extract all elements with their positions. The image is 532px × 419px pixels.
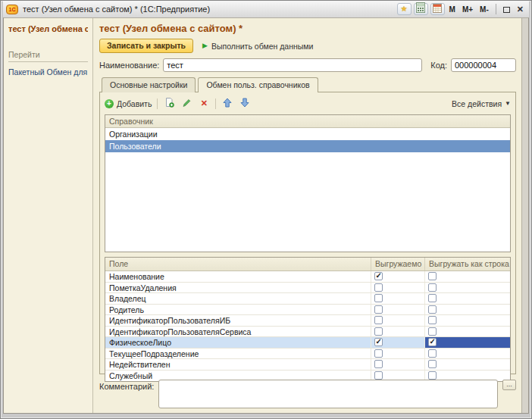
- export-cell: [371, 359, 425, 370]
- checkbox[interactable]: [428, 316, 437, 324]
- calendar-button[interactable]: [430, 3, 445, 15]
- checkbox[interactable]: [374, 338, 383, 346]
- as-string-cell: [425, 337, 510, 348]
- comment-more-button[interactable]: ...: [502, 380, 516, 390]
- checkbox[interactable]: [428, 283, 437, 292]
- pencil-icon: [182, 97, 192, 111]
- field-name-cell: ПометкаУдаления: [105, 283, 371, 293]
- edit-button[interactable]: [180, 98, 192, 110]
- copy-icon: [164, 97, 174, 111]
- list-toolbar: + Добавить ✕: [105, 95, 511, 111]
- checkbox[interactable]: [428, 272, 437, 280]
- field-row[interactable]: Наименование: [105, 271, 510, 283]
- field-row[interactable]: ФизическоеЛицо: [105, 337, 510, 349]
- move-down-button[interactable]: [239, 98, 251, 110]
- run-exchange-label: Выполнить обмен данными: [211, 42, 313, 51]
- as-string-cell: [425, 327, 510, 337]
- checkbox[interactable]: [374, 305, 383, 314]
- m-minus-button[interactable]: M-: [477, 5, 491, 14]
- checkbox[interactable]: [374, 283, 383, 292]
- field-name-cell: ФизическоеЛицо: [105, 337, 371, 348]
- comment-input[interactable]: [158, 380, 498, 408]
- catalog-row[interactable]: Организации: [105, 128, 510, 140]
- m-button[interactable]: M: [447, 5, 458, 14]
- delete-button[interactable]: ✕: [198, 98, 210, 110]
- checkbox[interactable]: [374, 360, 383, 368]
- close-button[interactable]: ✕: [515, 5, 526, 14]
- checkbox[interactable]: [428, 338, 437, 346]
- as-string-cell: [425, 271, 510, 282]
- calculator-button[interactable]: [414, 3, 428, 15]
- move-up-button[interactable]: [221, 98, 233, 110]
- code-input[interactable]: [451, 58, 516, 72]
- checkbox[interactable]: [374, 371, 383, 380]
- title-bar: 1С тест (Узел обмена с сайтом) * (1С:Пре…: [3, 1, 529, 17]
- field-row[interactable]: ИдентификаторПользователяИБ: [105, 315, 510, 327]
- maximize-button[interactable]: [501, 2, 512, 16]
- catalog-table-body: ОрганизацииПользователи: [105, 128, 510, 252]
- comment-label: Комментарий:: [99, 382, 154, 391]
- checkbox[interactable]: [374, 294, 383, 302]
- delete-icon: ✕: [201, 99, 208, 108]
- field-row[interactable]: Родитель: [105, 305, 510, 316]
- m-plus-button[interactable]: M+: [460, 5, 475, 14]
- page-title: тест (Узел обмена с сайтом) *: [99, 23, 516, 34]
- checkbox[interactable]: [428, 305, 437, 314]
- save-and-close-button[interactable]: Записать и закрыть: [99, 39, 193, 53]
- navigation-sidebar: тест (Узел обмена с ... Перейти Пакетный…: [4, 18, 93, 413]
- arrow-up-icon: [223, 97, 232, 111]
- field-row[interactable]: Владелец: [105, 293, 510, 305]
- app-window: 1С тест (Узел обмена с сайтом) * (1С:Пре…: [0, 0, 532, 419]
- add-button[interactable]: + Добавить: [105, 99, 152, 108]
- tab-strip: Основные настройкиОбмен польз. справочни…: [99, 77, 516, 92]
- tab-panel: + Добавить ✕: [99, 92, 516, 374]
- export-cell: [371, 283, 425, 293]
- sidebar-item-current[interactable]: тест (Узел обмена с ...: [8, 24, 88, 33]
- sidebar-item-batch-exchange[interactable]: Пакетный Обмен для СМ...: [8, 67, 88, 77]
- catalog-row[interactable]: Пользователи: [105, 140, 510, 152]
- window-controls: ★ M M+ M- ✕: [397, 2, 526, 16]
- window-title: тест (Узел обмена с сайтом) * (1С:Предпр…: [23, 5, 210, 14]
- as-string-cell: [425, 305, 510, 315]
- checkbox[interactable]: [428, 294, 437, 302]
- checkbox[interactable]: [428, 327, 437, 336]
- add-icon: +: [105, 99, 114, 108]
- run-exchange-command[interactable]: ▶ Выполнить обмен данными: [202, 42, 313, 51]
- copy-button[interactable]: [163, 98, 175, 110]
- name-input[interactable]: [163, 58, 422, 72]
- column-header-field[interactable]: Поле: [105, 258, 371, 270]
- name-code-row: Наименование: Код:: [99, 58, 516, 72]
- as-string-cell: [425, 359, 510, 370]
- export-cell: [371, 271, 425, 282]
- checkbox[interactable]: [374, 316, 383, 324]
- form-scrollbar[interactable]: [521, 18, 528, 413]
- play-icon: ▶: [202, 42, 208, 49]
- column-header-export[interactable]: Выгружаемо: [371, 258, 425, 270]
- app-body: тест (Узел обмена с ... Перейти Пакетный…: [3, 17, 529, 414]
- all-actions-button[interactable]: Все действия ▼: [452, 99, 511, 108]
- sidebar-section-label: Перейти: [8, 50, 88, 62]
- column-header-as-string[interactable]: Выгружать как строка: [425, 258, 510, 270]
- favorites-button[interactable]: ★: [397, 3, 412, 15]
- field-row[interactable]: ТекущееПодразделение: [105, 349, 510, 360]
- field-name-cell: ИдентификаторПользователяСервиса: [105, 327, 371, 337]
- checkbox[interactable]: [428, 371, 437, 380]
- as-string-cell: [425, 283, 510, 293]
- checkbox[interactable]: [374, 349, 383, 358]
- add-button-label: Добавить: [117, 99, 152, 108]
- field-row[interactable]: ИдентификаторПользователяСервиса: [105, 327, 510, 338]
- field-name-cell: ТекущееПодразделение: [105, 349, 371, 359]
- command-bar: Записать и закрыть ▶ Выполнить обмен дан…: [99, 39, 516, 53]
- field-row[interactable]: Недействителен: [105, 359, 510, 371]
- fields-table-body: НаименованиеПометкаУдаленияВладелецРодит…: [105, 271, 510, 381]
- field-name-cell: Владелец: [105, 293, 371, 304]
- checkbox[interactable]: [428, 349, 437, 358]
- calendar-icon: [433, 2, 442, 16]
- tab-0[interactable]: Основные настройки: [102, 77, 196, 92]
- checkbox[interactable]: [374, 272, 383, 280]
- form-content: тест (Узел обмена с сайтом) * Записать и…: [93, 18, 521, 413]
- checkbox[interactable]: [374, 327, 383, 336]
- field-row[interactable]: ПометкаУдаления: [105, 283, 510, 294]
- tab-1[interactable]: Обмен польз. справочников: [198, 77, 318, 92]
- checkbox[interactable]: [428, 360, 437, 368]
